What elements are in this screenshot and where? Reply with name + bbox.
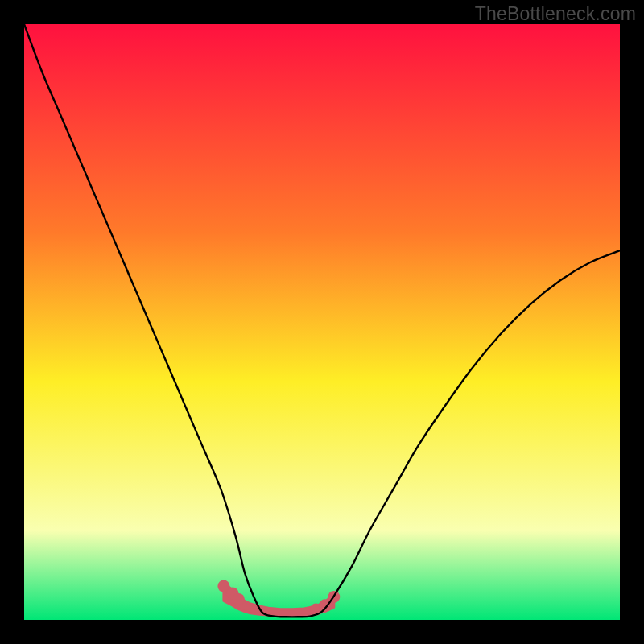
watermark-text: TheBottleneck.com (475, 3, 636, 25)
marker-bead (233, 593, 245, 605)
gradient-background (24, 24, 620, 620)
chart-frame: TheBottleneck.com (0, 0, 644, 644)
plot-area (24, 24, 620, 620)
bottleneck-chart (24, 24, 620, 620)
